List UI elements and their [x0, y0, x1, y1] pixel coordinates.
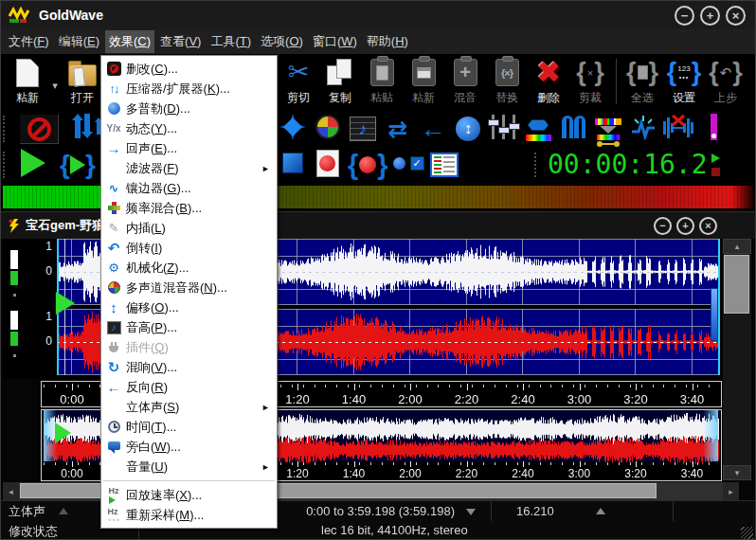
menu-item-censor[interactable]: 删改(C)...: [101, 59, 277, 79]
doc-maximize-button[interactable]: +: [676, 217, 694, 235]
overview-playback-marker[interactable]: [55, 423, 71, 443]
menu-item-pitch[interactable]: ♪音高(P)...: [101, 317, 277, 337]
stop-button[interactable]: [278, 149, 308, 181]
menu-item-echo[interactable]: →回声(E)...: [101, 138, 277, 158]
menu-item-flanger[interactable]: ∿镶边器(G)...: [101, 178, 277, 198]
menu-v[interactable]: 查看(V): [156, 30, 205, 53]
mechanize-button[interactable]: [278, 113, 308, 145]
menu-item-mechanize[interactable]: ⚙机械化(Z)...: [101, 258, 277, 278]
menu-item-offset[interactable]: ↕偏移(O)...: [101, 297, 277, 317]
toolbar-gripper[interactable]: [3, 116, 7, 142]
menu-item-channel-mixer[interactable]: 多声道混音器(N)...: [101, 278, 277, 297]
minimize-button[interactable]: −: [675, 6, 694, 26]
menu-item-interpolate[interactable]: ✎内插(L): [101, 218, 277, 238]
select-all-button[interactable]: {}全选: [621, 57, 663, 106]
channel-zoom-thumb[interactable]: [10, 250, 18, 269]
scroll-left-icon[interactable]: [3, 482, 19, 500]
menu-item-filter[interactable]: 滤波器(F): [101, 158, 277, 178]
channel-zoom-range[interactable]: [10, 332, 18, 346]
menu-item-label: 回放速率(X)...: [126, 487, 202, 504]
filter-button[interactable]: [523, 113, 553, 145]
paste-new-button[interactable]: 粘新: [403, 57, 444, 106]
menu-h[interactable]: 帮助(H): [363, 30, 412, 53]
menu-item-dynamics[interactable]: Y/x动态(Y)...: [101, 118, 277, 138]
menu-w[interactable]: 窗口(W): [309, 30, 361, 53]
click-repair-button[interactable]: [628, 113, 658, 145]
no-entry-button[interactable]: [18, 113, 60, 145]
swap-channels-button[interactable]: ⇄: [383, 113, 413, 145]
doc-close-button[interactable]: ×: [699, 217, 717, 235]
channel-zoom-range[interactable]: [10, 271, 18, 285]
replace-button[interactable]: {×}替换: [486, 57, 528, 106]
doc-minimize-button[interactable]: −: [654, 217, 672, 235]
menu-e[interactable]: 编辑(E): [55, 30, 103, 53]
channel-mixer-button[interactable]: [313, 113, 343, 145]
trim-button[interactable]: {×}剪裁: [569, 57, 611, 106]
stereo-toggle-icon[interactable]: [59, 508, 68, 514]
vertical-scrollbar[interactable]: [723, 239, 751, 480]
record-monitor-button[interactable]: ✓: [393, 149, 424, 181]
cut-button[interactable]: ✂剪切: [278, 57, 319, 106]
scroll-down-icon[interactable]: [723, 465, 751, 480]
menu-t[interactable]: 工具(T): [207, 30, 255, 53]
reverse-button[interactable]: ←: [418, 113, 448, 145]
pitch-button[interactable]: ♪: [348, 113, 378, 145]
channel-zoom-thumb[interactable]: [10, 311, 18, 330]
toolbar-gripper[interactable]: [534, 153, 538, 177]
mix-button[interactable]: +混音: [444, 57, 486, 106]
channel-strip[interactable]: [3, 239, 41, 379]
menu-item-playback-rate[interactable]: Hz回放速率(X)...: [101, 485, 277, 505]
menu-item-time-warp[interactable]: 时间(T)...: [101, 417, 277, 437]
maximize-button[interactable]: +: [700, 6, 720, 26]
menu-item-stereo[interactable]: 立体声(S): [101, 397, 277, 417]
position-unit-icon[interactable]: [596, 508, 605, 514]
set-selection-button[interactable]: {123•••}设置: [663, 57, 705, 106]
clipped-tool-button[interactable]: [698, 113, 729, 145]
previous-button[interactable]: {↶}上步: [705, 57, 747, 106]
scroll-right-icon[interactable]: [723, 482, 739, 500]
paste-new-file-button[interactable]: 粘新: [7, 57, 48, 106]
menu-f[interactable]: 文件(F): [5, 30, 53, 53]
swap-channels-icon: ⇄: [388, 117, 408, 141]
axis-label: 2:20: [455, 392, 478, 406]
menu-item-plugin[interactable]: 插件(Q): [101, 337, 277, 357]
menu-c[interactable]: 效果(C): [105, 30, 154, 53]
position-cell[interactable]: 16.210: [492, 501, 674, 521]
menu-item-doppler[interactable]: 多普勒(D)...: [101, 99, 277, 118]
play-button[interactable]: [18, 149, 48, 181]
equalizer-button[interactable]: [488, 113, 518, 145]
open-button[interactable]: 打开: [62, 57, 103, 106]
amplitude-label: 0: [41, 334, 57, 348]
menu-item-volume[interactable]: 音量(U): [101, 457, 277, 477]
menu-item-frequency-blend[interactable]: 频率混合(B)...: [101, 198, 277, 218]
record-new-button[interactable]: [313, 149, 343, 181]
selection-unit-icon[interactable]: [466, 509, 476, 515]
noise-reduction-button[interactable]: [663, 113, 693, 145]
delete-button[interactable]: ✖删除: [528, 57, 569, 106]
menu-item-voice-over[interactable]: 旁白(W)...: [101, 437, 277, 457]
menu-item-reverb[interactable]: ↻混响(V)...: [101, 357, 277, 377]
spectrum-filter-button[interactable]: [593, 113, 623, 145]
toolbar-gripper[interactable]: [3, 152, 7, 178]
menu-item-reverse[interactable]: ←反向(R): [101, 377, 277, 397]
selection-end-handle[interactable]: [711, 288, 718, 341]
play-selection-button[interactable]: {}: [60, 149, 96, 181]
select-all-icon: {}: [626, 57, 658, 88]
open-dropdown-button[interactable]: ▾: [48, 57, 62, 101]
record-selection-button[interactable]: {}: [348, 149, 388, 181]
scroll-up-icon[interactable]: [723, 239, 751, 254]
playback-start-marker[interactable]: [56, 292, 75, 315]
offset-button[interactable]: ↕: [453, 113, 483, 145]
resize-grip[interactable]: [741, 527, 753, 539]
menu-item-compressor-expander[interactable]: ↑↓压缩器/扩展器(K)...: [101, 79, 277, 99]
copy-button[interactable]: 复制: [319, 57, 361, 106]
noise-gate-button[interactable]: [558, 113, 588, 145]
vertical-scroll-thumb[interactable]: [724, 255, 749, 314]
stereo-indicator[interactable]: 立体声: [9, 503, 45, 520]
menu-item-invert[interactable]: ↶倒转(I): [101, 238, 277, 258]
paste-button[interactable]: 粘贴: [361, 57, 403, 106]
menu-o[interactable]: 选项(O): [257, 30, 307, 53]
menu-item-resample[interactable]: Hz∘∘∘重新采样(M)...: [101, 505, 277, 525]
control-properties-button[interactable]: [429, 149, 459, 181]
close-button[interactable]: ×: [726, 6, 746, 26]
